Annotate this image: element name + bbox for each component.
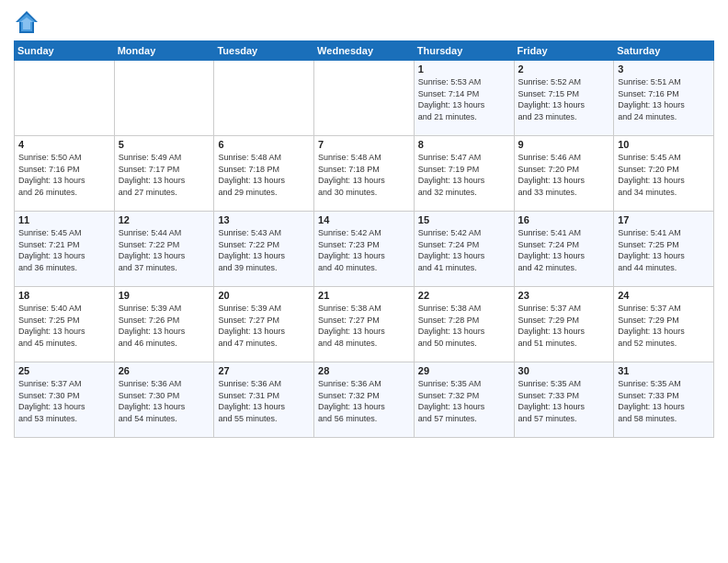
calendar-cell: 7Sunrise: 5:48 AMSunset: 7:18 PMDaylight… xyxy=(314,136,415,212)
day-number: 29 xyxy=(418,365,510,376)
cell-text: Sunset: 7:30 PM xyxy=(18,390,110,402)
calendar-cell: 31Sunrise: 5:35 AMSunset: 7:33 PMDayligh… xyxy=(614,362,714,438)
calendar-cell: 27Sunrise: 5:36 AMSunset: 7:31 PMDayligh… xyxy=(214,362,314,438)
cell-text: and 50 minutes. xyxy=(418,338,510,350)
week-row-4: 18Sunrise: 5:40 AMSunset: 7:25 PMDayligh… xyxy=(15,287,714,362)
day-header-monday: Monday xyxy=(114,41,214,61)
cell-text: Sunset: 7:27 PM xyxy=(218,315,310,327)
week-row-1: 1Sunrise: 5:53 AMSunset: 7:14 PMDaylight… xyxy=(15,61,714,136)
cell-text: and 42 minutes. xyxy=(518,262,610,274)
cell-text: Sunrise: 5:37 AM xyxy=(18,378,110,390)
cell-text: Sunset: 7:29 PM xyxy=(618,315,710,327)
day-number: 22 xyxy=(418,290,510,301)
day-number: 6 xyxy=(218,139,310,150)
cell-text: and 57 minutes. xyxy=(518,413,610,425)
cell-text: Sunset: 7:29 PM xyxy=(518,315,610,327)
day-number: 7 xyxy=(318,139,410,150)
cell-text: Daylight: 13 hours xyxy=(218,401,310,413)
cell-text: Sunset: 7:17 PM xyxy=(119,164,210,176)
day-number: 1 xyxy=(418,63,510,75)
cell-text: Daylight: 13 hours xyxy=(518,401,610,413)
week-row-3: 11Sunrise: 5:45 AMSunset: 7:21 PMDayligh… xyxy=(15,212,714,287)
cell-text: Sunset: 7:31 PM xyxy=(218,390,310,402)
calendar-cell: 15Sunrise: 5:42 AMSunset: 7:24 PMDayligh… xyxy=(414,212,514,287)
logo-icon xyxy=(14,9,40,35)
cell-text: Sunset: 7:19 PM xyxy=(418,164,510,176)
calendar-cell: 28Sunrise: 5:36 AMSunset: 7:32 PMDayligh… xyxy=(314,362,415,438)
cell-text: Sunrise: 5:46 AM xyxy=(518,152,610,164)
calendar-cell: 26Sunrise: 5:36 AMSunset: 7:30 PMDayligh… xyxy=(114,362,214,438)
cell-text: Sunrise: 5:38 AM xyxy=(418,303,510,315)
day-number: 4 xyxy=(18,139,110,150)
day-number: 16 xyxy=(518,214,610,225)
cell-text: Daylight: 13 hours xyxy=(218,250,310,262)
day-header-sunday: Sunday xyxy=(15,41,115,61)
cell-text: Sunrise: 5:35 AM xyxy=(518,378,610,390)
day-number: 10 xyxy=(618,139,710,150)
day-header-tuesday: Tuesday xyxy=(214,41,314,61)
day-number: 13 xyxy=(218,214,310,225)
cell-text: Sunset: 7:20 PM xyxy=(618,164,710,176)
cell-text: Sunset: 7:20 PM xyxy=(518,164,610,176)
cell-text: Sunset: 7:30 PM xyxy=(119,390,210,402)
cell-text: Daylight: 13 hours xyxy=(518,326,610,338)
header-row: SundayMondayTuesdayWednesdayThursdayFrid… xyxy=(15,41,714,61)
cell-text: and 26 minutes. xyxy=(18,187,110,199)
day-number: 19 xyxy=(119,290,210,301)
cell-text: Daylight: 13 hours xyxy=(119,250,210,262)
cell-text: Daylight: 13 hours xyxy=(518,99,610,111)
day-header-friday: Friday xyxy=(514,41,614,61)
cell-text: Sunrise: 5:35 AM xyxy=(618,378,710,390)
cell-text: Sunset: 7:33 PM xyxy=(618,390,710,402)
calendar-cell: 30Sunrise: 5:35 AMSunset: 7:33 PMDayligh… xyxy=(514,362,614,438)
cell-text: Sunrise: 5:44 AM xyxy=(119,227,210,239)
calendar-cell: 16Sunrise: 5:41 AMSunset: 7:24 PMDayligh… xyxy=(514,212,614,287)
cell-text: Sunset: 7:14 PM xyxy=(418,88,510,100)
cell-text: Sunset: 7:28 PM xyxy=(418,315,510,327)
calendar-cell: 23Sunrise: 5:37 AMSunset: 7:29 PMDayligh… xyxy=(514,287,614,362)
calendar-cell: 20Sunrise: 5:39 AMSunset: 7:27 PMDayligh… xyxy=(214,287,314,362)
calendar-cell: 10Sunrise: 5:45 AMSunset: 7:20 PMDayligh… xyxy=(614,136,714,212)
calendar-cell: 2Sunrise: 5:52 AMSunset: 7:15 PMDaylight… xyxy=(514,61,614,136)
cell-text: and 27 minutes. xyxy=(119,187,210,199)
day-header-thursday: Thursday xyxy=(414,41,514,61)
cell-text: Sunset: 7:32 PM xyxy=(418,390,510,402)
cell-text: Sunrise: 5:36 AM xyxy=(318,378,410,390)
cell-text: and 41 minutes. xyxy=(418,262,510,274)
cell-text: and 48 minutes. xyxy=(318,338,410,350)
week-row-5: 25Sunrise: 5:37 AMSunset: 7:30 PMDayligh… xyxy=(15,362,714,438)
calendar-cell xyxy=(314,61,415,136)
cell-text: Daylight: 13 hours xyxy=(18,326,110,338)
calendar-cell: 22Sunrise: 5:38 AMSunset: 7:28 PMDayligh… xyxy=(414,287,514,362)
cell-text: Sunset: 7:24 PM xyxy=(418,239,510,251)
day-number: 17 xyxy=(618,214,710,225)
day-number: 18 xyxy=(18,290,110,301)
cell-text: Sunset: 7:16 PM xyxy=(618,88,710,100)
calendar-cell: 6Sunrise: 5:48 AMSunset: 7:18 PMDaylight… xyxy=(214,136,314,212)
cell-text: and 44 minutes. xyxy=(618,262,710,274)
cell-text: Daylight: 13 hours xyxy=(318,175,410,187)
cell-text: and 45 minutes. xyxy=(18,338,110,350)
day-header-saturday: Saturday xyxy=(614,41,714,61)
cell-text: and 24 minutes. xyxy=(618,111,710,123)
calendar-cell: 18Sunrise: 5:40 AMSunset: 7:25 PMDayligh… xyxy=(15,287,115,362)
cell-text: and 47 minutes. xyxy=(218,338,310,350)
day-number: 11 xyxy=(18,214,110,225)
cell-text: Daylight: 13 hours xyxy=(318,250,410,262)
cell-text: Sunrise: 5:38 AM xyxy=(318,303,410,315)
cell-text: Sunrise: 5:50 AM xyxy=(18,152,110,164)
cell-text: Sunrise: 5:48 AM xyxy=(218,152,310,164)
calendar-cell: 8Sunrise: 5:47 AMSunset: 7:19 PMDaylight… xyxy=(414,136,514,212)
cell-text: Sunrise: 5:39 AM xyxy=(218,303,310,315)
week-row-2: 4Sunrise: 5:50 AMSunset: 7:16 PMDaylight… xyxy=(15,136,714,212)
cell-text: Daylight: 13 hours xyxy=(618,250,710,262)
calendar-cell: 5Sunrise: 5:49 AMSunset: 7:17 PMDaylight… xyxy=(114,136,214,212)
cell-text: Daylight: 13 hours xyxy=(119,326,210,338)
cell-text: Sunrise: 5:36 AM xyxy=(218,378,310,390)
calendar-cell: 24Sunrise: 5:37 AMSunset: 7:29 PMDayligh… xyxy=(614,287,714,362)
calendar-table: SundayMondayTuesdayWednesdayThursdayFrid… xyxy=(14,40,714,438)
cell-text: Sunset: 7:32 PM xyxy=(318,390,410,402)
cell-text: Sunrise: 5:45 AM xyxy=(618,152,710,164)
day-number: 5 xyxy=(119,139,210,150)
page: SundayMondayTuesdayWednesdayThursdayFrid… xyxy=(0,0,728,563)
